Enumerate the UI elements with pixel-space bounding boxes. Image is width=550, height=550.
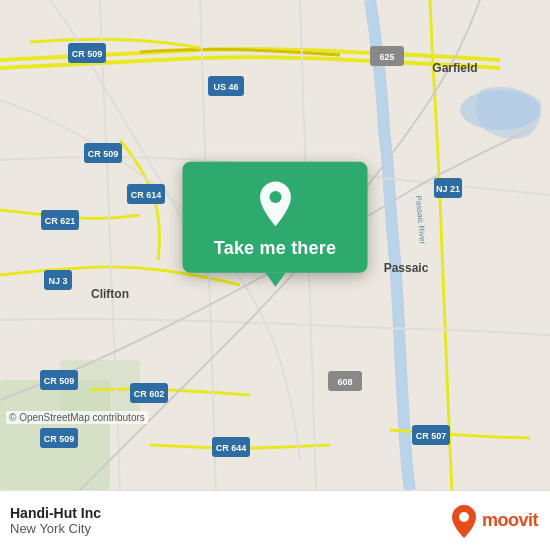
svg-text:CR 602: CR 602 — [134, 389, 165, 399]
location-pin-icon — [251, 180, 299, 228]
location-name: Handi-Hut Inc — [10, 505, 101, 521]
map-container: CR 509 CR 509 US 46 625 CR 614 CR 621 NJ… — [0, 0, 550, 490]
svg-text:CR 509: CR 509 — [44, 376, 75, 386]
svg-text:NJ 21: NJ 21 — [436, 184, 460, 194]
svg-text:CR 507: CR 507 — [416, 431, 447, 441]
bottom-bar: Handi-Hut Inc New York City moovit — [0, 490, 550, 550]
take-me-there-button[interactable]: Take me there — [214, 238, 336, 259]
svg-text:Passaic: Passaic — [384, 261, 429, 275]
svg-text:US 46: US 46 — [213, 82, 238, 92]
svg-text:CR 509: CR 509 — [88, 149, 119, 159]
svg-text:CR 614: CR 614 — [131, 190, 162, 200]
svg-point-36 — [269, 191, 281, 203]
svg-text:CR 509: CR 509 — [44, 434, 75, 444]
svg-text:625: 625 — [379, 52, 394, 62]
moovit-brand-text: moovit — [482, 510, 538, 531]
map-attribution: © OpenStreetMap contributors — [6, 411, 148, 424]
svg-text:608: 608 — [337, 377, 352, 387]
location-city: New York City — [10, 521, 101, 536]
location-info: Handi-Hut Inc New York City — [10, 505, 101, 536]
svg-text:Clifton: Clifton — [91, 287, 129, 301]
svg-text:CR 621: CR 621 — [45, 216, 76, 226]
moovit-pin-icon — [450, 504, 478, 538]
svg-point-37 — [459, 512, 469, 522]
svg-text:Garfield: Garfield — [432, 61, 477, 75]
svg-text:CR 509: CR 509 — [72, 49, 103, 59]
svg-text:CR 644: CR 644 — [216, 443, 247, 453]
popup-card[interactable]: Take me there — [183, 162, 368, 273]
moovit-logo: moovit — [450, 504, 538, 538]
svg-text:NJ 3: NJ 3 — [48, 276, 67, 286]
